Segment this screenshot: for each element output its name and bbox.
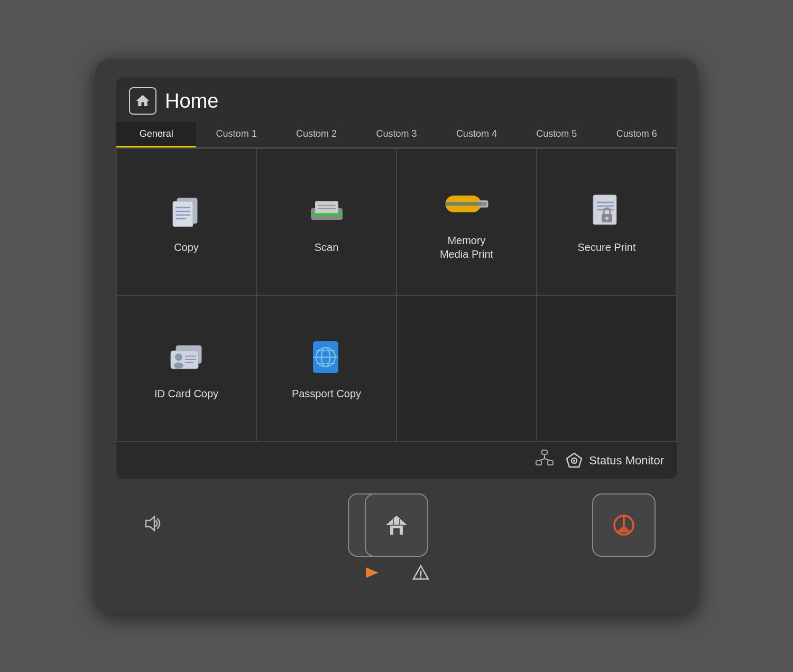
passport-icon-svg (303, 336, 351, 378)
svg-rect-1 (173, 201, 193, 227)
svg-marker-43 (146, 517, 154, 530)
tab-general[interactable]: General (116, 122, 196, 147)
tab-custom3[interactable]: Custom 3 (356, 122, 436, 147)
secure-print-label: Secure Print (577, 240, 635, 254)
svg-rect-36 (548, 461, 553, 465)
svg-line-38 (539, 459, 545, 461)
idcard-icon-svg (163, 336, 210, 378)
svg-point-20 (605, 217, 608, 220)
passport-copy-cell[interactable]: Passport Copy (256, 295, 396, 442)
id-card-copy-label: ID Card Copy (154, 387, 218, 400)
svg-rect-34 (542, 450, 547, 454)
svg-marker-50 (616, 525, 631, 533)
home-icon-box (129, 87, 156, 115)
svg-line-39 (545, 459, 550, 461)
usb-icon (443, 183, 491, 225)
device-body: Home General Custom 1 Custom 2 Custom 3 … (95, 59, 698, 613)
copy-cell[interactable]: Copy (116, 148, 256, 295)
svg-point-24 (174, 362, 183, 369)
screen: Home General Custom 1 Custom 2 Custom 3 … (116, 78, 677, 479)
svg-point-23 (175, 353, 182, 361)
svg-rect-14 (445, 202, 481, 206)
svg-point-54 (420, 576, 422, 578)
forward-indicator[interactable] (364, 564, 381, 585)
scan-icon (303, 190, 351, 232)
id-card-copy-cell[interactable]: ID Card Copy (116, 295, 256, 442)
empty-cell-1 (396, 295, 537, 442)
home-button[interactable] (365, 493, 428, 557)
svg-rect-13 (480, 202, 486, 206)
scan-icon-svg (303, 190, 351, 232)
bottom-bar: Status Monitor (116, 442, 677, 479)
memory-media-print-label: Memory Media Print (440, 234, 493, 261)
svg-rect-35 (536, 461, 541, 465)
tabs-row: General Custom 1 Custom 2 Custom 3 Custo… (116, 122, 677, 148)
warning-indicator[interactable] (412, 564, 429, 585)
copy-icon (163, 190, 210, 232)
secure-icon (583, 190, 631, 232)
svg-rect-7 (315, 201, 338, 214)
tab-custom5[interactable]: Custom 5 (517, 122, 596, 147)
secure-print-cell[interactable]: Secure Print (537, 148, 677, 295)
tab-custom1[interactable]: Custom 1 (196, 122, 276, 147)
svg-rect-8 (311, 213, 343, 216)
grid-area: Copy (116, 148, 677, 442)
passport-icon (303, 336, 351, 378)
svg-point-42 (573, 460, 575, 462)
passport-copy-label: Passport Copy (292, 387, 361, 400)
status-monitor-icon (565, 451, 584, 470)
scan-label: Scan (315, 240, 339, 254)
usb-icon-svg (443, 188, 491, 220)
secure-icon-svg (583, 190, 631, 232)
network-icon[interactable] (535, 449, 554, 472)
main-area: Copy (116, 148, 677, 479)
hw-buttons-row (116, 488, 677, 557)
screen-header: Home (116, 78, 677, 115)
tab-custom4[interactable]: Custom 4 (437, 122, 517, 147)
home-header-icon (135, 93, 151, 109)
status-monitor-button[interactable]: Status Monitor (565, 451, 664, 470)
svg-marker-51 (366, 567, 379, 578)
sound-icon[interactable] (137, 509, 167, 542)
status-monitor-label: Status Monitor (589, 454, 664, 468)
copy-label: Copy (174, 240, 199, 254)
power-button[interactable] (592, 493, 656, 557)
empty-cell-2 (537, 295, 677, 442)
copy-icon-svg (163, 190, 210, 232)
screen-title: Home (165, 90, 218, 113)
tab-custom6[interactable]: Custom 6 (597, 122, 677, 147)
bottom-indicators (116, 557, 677, 587)
memory-media-print-cell[interactable]: Memory Media Print (396, 148, 537, 295)
idcard-icon (163, 336, 210, 378)
scan-cell[interactable]: Scan (256, 148, 396, 295)
tab-custom2[interactable]: Custom 2 (276, 122, 356, 147)
